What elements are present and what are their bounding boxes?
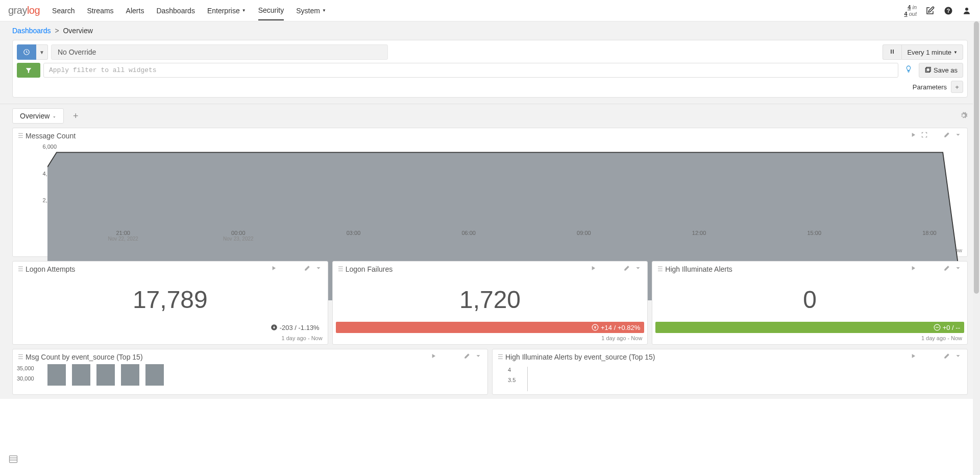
breadcrumb-leaf: Overview (63, 27, 92, 35)
bar-series (30, 364, 482, 386)
timerange-button[interactable] (17, 44, 36, 60)
nav-security[interactable]: Security (258, 1, 284, 20)
widget-footer: 1 day ago - Now (13, 333, 328, 344)
edit-icon[interactable] (943, 352, 951, 361)
override-box[interactable]: No Override (51, 44, 388, 60)
fullscreen-icon[interactable] (932, 352, 940, 361)
pause-button[interactable] (883, 44, 901, 60)
svg-text:?: ? (947, 7, 950, 13)
help-icon[interactable]: ? (943, 6, 953, 16)
chevron-down-icon[interactable] (954, 352, 962, 361)
chevron-down-icon: ▼ (953, 50, 958, 55)
edit-icon[interactable] (943, 265, 951, 273)
nav-streams[interactable]: Streams (87, 1, 113, 20)
nav-system[interactable]: System▼ (296, 1, 326, 20)
fullscreen-icon[interactable] (932, 265, 940, 273)
widget-logon-attempts: ☰ Logon Attempts 17,789 -203 / -1.13% 1 … (12, 261, 328, 345)
drag-handle-icon[interactable]: ☰ (18, 132, 22, 139)
breadcrumb-sep: > (55, 27, 59, 35)
widget-title: High Illuminate Alerts (665, 265, 909, 273)
query-panel: ▼ No Override Every 1 minute▼ (12, 40, 968, 98)
fullscreen-icon[interactable] (932, 131, 940, 140)
scrollbar-thumb[interactable] (974, 21, 979, 294)
arrow-flat-circle-icon (934, 324, 941, 331)
widget-title: Message Count (26, 132, 909, 140)
dashboard-settings-icon[interactable] (960, 111, 968, 121)
chevron-down-icon: ⌄ (53, 114, 56, 118)
fullscreen-icon[interactable] (611, 265, 620, 273)
drag-handle-icon[interactable]: ☰ (498, 353, 502, 361)
widget-title: High Illuminate Alerts by event_source (… (505, 353, 909, 361)
swap-icon[interactable] (920, 265, 928, 273)
io-stats[interactable]: 4 in 4 out (904, 4, 917, 16)
widget-title: Msg Count by event_source (Top 15) (26, 353, 429, 361)
widget-msg-by-source: ☰ Msg Count by event_source (Top 15) 35,… (12, 349, 488, 395)
nav-alerts[interactable]: Alerts (126, 1, 144, 20)
run-button[interactable] (17, 63, 40, 78)
play-icon[interactable] (589, 265, 597, 273)
add-parameter-button[interactable]: + (951, 81, 963, 93)
refresh-interval-button[interactable]: Every 1 minute▼ (901, 44, 963, 60)
chevron-down-icon[interactable] (474, 352, 482, 361)
nav-enterprise[interactable]: Enterprise▼ (207, 1, 246, 20)
tab-overview[interactable]: Overview ⌄ (12, 108, 64, 124)
drag-handle-icon[interactable]: ☰ (338, 266, 342, 273)
widget-title: Logon Attempts (26, 265, 270, 273)
trend-bar: +14 / +0.82% (336, 322, 645, 333)
edit-icon[interactable] (623, 265, 631, 273)
nav-search[interactable]: Search (52, 1, 75, 20)
clock-icon (23, 49, 30, 56)
play-icon[interactable] (270, 265, 278, 273)
nav-right: 4 in 4 out ? (904, 4, 972, 16)
logo[interactable]: graylog (8, 5, 40, 16)
svg-rect-5 (893, 50, 894, 54)
collapse-icon[interactable] (920, 131, 928, 140)
drag-handle-icon[interactable]: ☰ (18, 353, 22, 361)
chevron-down-icon[interactable] (954, 265, 962, 273)
breadcrumb-root[interactable]: Dashboards (12, 27, 51, 35)
fullscreen-icon[interactable] (292, 265, 300, 273)
chevron-down-icon[interactable] (314, 265, 323, 273)
tabs-row: Overview ⌄ + (0, 104, 980, 125)
message-count-chart: 6,000 4,000 2,000 0 21:00Nov 22, 2022 00… (13, 143, 967, 245)
save-as-button[interactable]: Save as (919, 63, 963, 78)
subheader: Dashboards > Overview ▼ No Override Ever… (0, 21, 980, 104)
play-icon[interactable] (909, 352, 917, 361)
svg-rect-4 (891, 50, 892, 54)
drag-handle-icon[interactable]: ☰ (18, 266, 22, 273)
filter-input[interactable] (43, 63, 898, 78)
widget-title: Logon Failures (346, 265, 590, 273)
swap-icon[interactable] (920, 352, 928, 361)
stat-value: 17,789 (13, 286, 328, 314)
chart-axis-line (527, 367, 528, 391)
add-tab-button[interactable]: + (68, 108, 83, 124)
swap-icon[interactable] (600, 265, 608, 273)
edit-icon[interactable] (303, 265, 311, 273)
swap-icon[interactable] (440, 352, 449, 361)
stat-value: 0 (652, 286, 967, 314)
save-icon (924, 67, 932, 74)
swap-icon[interactable] (281, 265, 289, 273)
widget-alerts-by-source: ☰ High Illuminate Alerts by event_source… (492, 349, 968, 395)
edit-icon[interactable] (463, 352, 471, 361)
play-icon[interactable] (429, 352, 437, 361)
play-icon[interactable] (909, 131, 917, 140)
user-icon[interactable] (962, 6, 972, 16)
bulb-icon[interactable] (901, 63, 916, 78)
nav-links: Search Streams Alerts Dashboards Enterpr… (52, 1, 904, 20)
chevron-down-icon: ▼ (242, 8, 246, 13)
widget-footer: 1 day ago - Now (333, 333, 648, 344)
chevron-down-icon[interactable] (954, 131, 962, 140)
drag-handle-icon[interactable]: ☰ (657, 266, 662, 273)
timerange-dropdown[interactable]: ▼ (36, 44, 48, 60)
scrollbar[interactable] (973, 21, 980, 399)
widget-message-count: ☰ Message Count 6,000 4,000 2,000 0 (12, 128, 968, 257)
trend-bar: -203 / -1.13% (16, 322, 325, 333)
fullscreen-icon[interactable] (452, 352, 460, 361)
nav-dashboards[interactable]: Dashboards (156, 1, 195, 20)
trend-bar: +0 / -- (655, 322, 964, 333)
chevron-down-icon[interactable] (634, 265, 642, 273)
edit-icon[interactable] (925, 6, 935, 16)
play-icon[interactable] (909, 265, 917, 273)
edit-icon[interactable] (943, 131, 951, 140)
